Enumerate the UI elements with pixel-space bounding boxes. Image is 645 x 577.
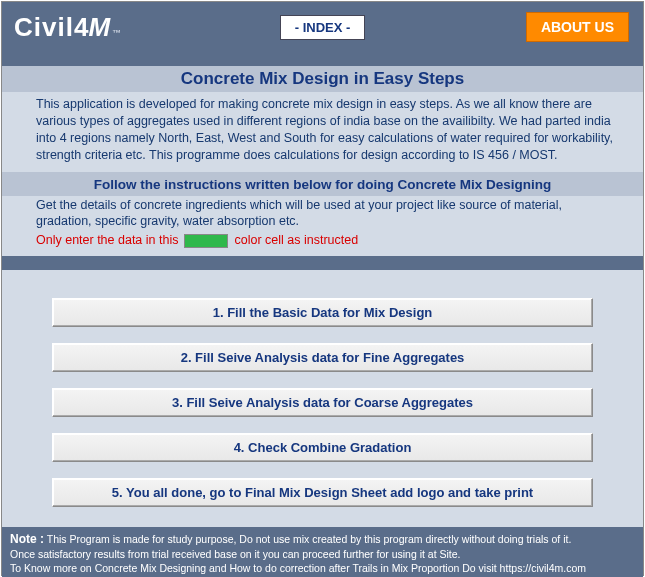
footer: Note : This Program is made for study pu… [2, 527, 643, 577]
steps-area: 1. Fill the Basic Data for Mix Design 2.… [2, 256, 643, 527]
subtitle: Follow the instructions written below fo… [94, 177, 552, 192]
step-1-button[interactable]: 1. Fill the Basic Data for Mix Design [52, 298, 593, 327]
instructions-text: Get the details of concrete ingredients … [2, 196, 643, 232]
green-cell-sample [184, 234, 228, 248]
color-hint-b: color cell as instructed [234, 232, 358, 249]
footer-note-label: Note : [10, 532, 44, 546]
intro-text: This application is developed for making… [2, 92, 643, 170]
footer-line3: To Know more on Concrete Mix Designing a… [10, 561, 635, 575]
about-us-button[interactable]: ABOUT US [526, 12, 629, 42]
subtitle-bar: Follow the instructions written below fo… [2, 172, 643, 196]
index-button[interactable]: - INDEX - [280, 15, 366, 40]
page-title: Concrete Mix Design in Easy Steps [181, 69, 464, 88]
color-hint-a: Only enter the data in this [36, 232, 178, 249]
footer-line1: This Program is made for study purpose, … [44, 533, 571, 545]
page-title-bar: Concrete Mix Design in Easy Steps [2, 66, 643, 92]
step-3-button[interactable]: 3. Fill Seive Analysis data for Coarse A… [52, 388, 593, 417]
footer-line2: Once satisfactory results from trial rec… [10, 547, 635, 561]
color-hint-row: Only enter the data in this color cell a… [2, 231, 643, 250]
step-2-button[interactable]: 2. Fill Seive Analysis data for Fine Agg… [52, 343, 593, 372]
step-5-button[interactable]: 5. You all done, go to Final Mix Design … [52, 478, 593, 507]
step-4-button[interactable]: 4. Check Combine Gradation [52, 433, 593, 462]
